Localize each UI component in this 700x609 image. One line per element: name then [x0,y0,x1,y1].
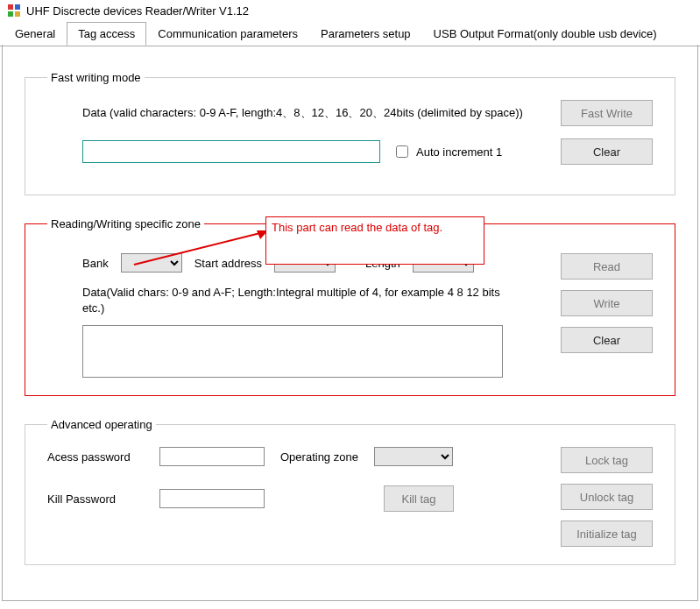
tab-tag-access[interactable]: Tag access [67,22,146,46]
tab-usb-output-format[interactable]: USB Output Format(only double usb device… [422,22,668,46]
zone-clear-button[interactable]: Clear [561,327,653,353]
label-operating-zone: Operating zone [280,450,358,464]
lock-tag-button[interactable]: Lock tag [561,447,653,473]
read-button[interactable]: Read [561,253,653,280]
group-fast-writing: Fast writing mode Data (valid characters… [25,71,675,195]
access-password-input[interactable] [159,447,265,466]
window-titlebar: UHF Discrecte devices Reader/Writer V1.1… [0,0,700,21]
fast-clear-button[interactable]: Clear [561,138,653,165]
app-icon [7,4,21,18]
group-advanced-operating: Advanced operating Acess password Operat… [25,418,675,565]
write-button[interactable]: Write [561,290,653,316]
annotation-arrow-icon [117,225,270,269]
legend-advanced: Advanced operating [47,418,156,431]
tab-general[interactable]: General [4,22,67,46]
svg-rect-0 [8,4,13,10]
annotation-callout: This part can read the data of tag. [265,216,484,265]
fast-write-button[interactable]: Fast Write [561,100,653,126]
label-kill-password: Kill Password [47,492,144,506]
label-bank: Bank [82,257,109,270]
tab-parameters-setup[interactable]: Parameters setup [309,22,422,46]
window-title: UHF Discrecte devices Reader/Writer V1.1… [26,4,249,18]
svg-rect-2 [8,11,13,17]
auto-increment-checkbox-wrap: Auto increment 1 [392,143,502,160]
auto-increment-label: Auto increment 1 [416,145,502,159]
kill-tag-button[interactable]: Kill tag [384,485,454,512]
legend-fast-writing: Fast writing mode [47,71,145,84]
label-access-password: Acess password [47,450,144,464]
annotation-text: This part can read the data of tag. [272,221,442,234]
tab-panel-tag-access: Fast writing mode Data (valid characters… [2,45,698,601]
kill-password-input[interactable] [159,489,265,508]
unlock-tag-button[interactable]: Unlock tag [561,484,653,510]
operating-zone-select[interactable] [374,447,453,466]
svg-rect-1 [15,4,20,10]
tab-bar: General Tag access Communication paramet… [0,22,700,46]
label-zone-data-hint: Data(Valid chars: 0-9 and A-F; Length:In… [82,285,503,316]
svg-line-4 [134,232,264,265]
initialize-tag-button[interactable]: Initialize tag [561,520,653,547]
svg-rect-3 [15,11,20,17]
zone-data-input[interactable] [82,325,503,378]
auto-increment-checkbox[interactable] [396,145,408,158]
tab-communication-parameters[interactable]: Communication parameters [146,22,309,46]
fast-data-input[interactable] [82,140,380,163]
label-fast-data-hint: Data (valid characters: 0-9 A-F, length:… [82,105,548,121]
